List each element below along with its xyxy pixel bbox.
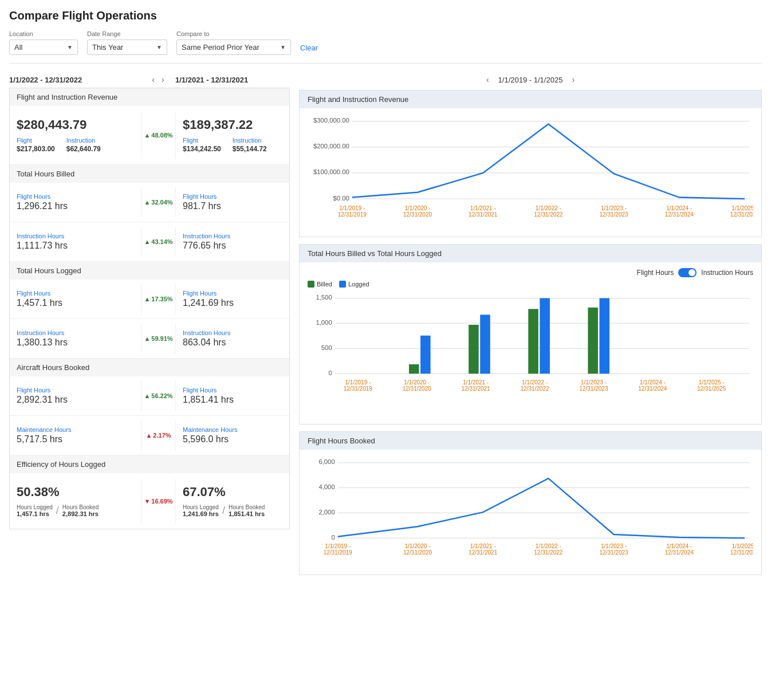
efficiency-prior-col: 67.07% Hours Logged 1,241.69 hrs / Hours… (176, 479, 289, 523)
flight-logged-arrow-icon: ▲ (144, 296, 150, 302)
svg-text:1/1/2024 -: 1/1/2024 - (640, 379, 666, 386)
efficiency-section-header: Efficiency of Hours Logged (10, 455, 289, 473)
legend-logged: Logged (339, 281, 369, 288)
svg-text:1/1/2025 -: 1/1/2025 - (699, 379, 725, 386)
instruction-billed-prior-label: Instruction Hours (183, 233, 282, 239)
svg-text:12/31/2020: 12/31/2020 (403, 550, 432, 556)
revenue-chart-section: Flight and Instruction Revenue $300,000.… (299, 90, 762, 237)
revenue-prior-instruction: Instruction $55,144.72 (233, 137, 267, 153)
svg-text:1/1/2020 -: 1/1/2020 - (404, 205, 430, 211)
bar-billed-5 (588, 308, 598, 373)
svg-text:12/31/2020: 12/31/2020 (403, 386, 432, 392)
efficiency-current-booked: Hours Booked 2,892.31 hrs (62, 504, 99, 517)
compare-to-label: Compare to (176, 30, 291, 37)
toggle-switch[interactable] (678, 268, 697, 277)
svg-text:12/31/2025: 12/31/2025 (730, 550, 753, 556)
bar-billed-4 (528, 309, 538, 373)
instruction-hours-billed-row: Instruction Hours 1,111.73 hrs ▲ 43.14% … (10, 222, 289, 262)
date-range-label: Date Range (87, 30, 167, 37)
revenue-prior-flight-value: $134,242.50 (183, 145, 221, 153)
period-next-btn[interactable]: › (159, 74, 167, 85)
chart-period-prev-btn[interactable]: ‹ (484, 74, 491, 85)
flight-billed-change-badge: ▲ 32.04% (144, 199, 172, 206)
efficiency-prior-pct: 67.07% (183, 485, 282, 500)
period-prev-btn[interactable]: ‹ (150, 74, 157, 85)
svg-text:12/31/2024: 12/31/2024 (638, 386, 667, 392)
legend-logged-dot (339, 281, 346, 288)
revenue-current-col: $280,443.79 Flight $217,803.00 Instructi… (10, 112, 141, 159)
current-period-header: 1/1/2022 - 12/31/2022 (9, 76, 141, 84)
revenue-flight-label: Flight (17, 137, 55, 144)
date-range-select[interactable]: This Year ▼ (87, 40, 167, 55)
svg-text:0: 0 (328, 369, 332, 376)
revenue-prior-col: $189,387.22 Flight $134,242.50 Instructi… (176, 112, 289, 159)
right-panel: ‹ 1/1/2019 - 1/1/2025 › Flight and Instr… (299, 74, 762, 582)
instruction-billed-arrow-icon: ▲ (144, 238, 150, 245)
revenue-prior-sub: Flight $134,242.50 Instruction $55,144.7… (183, 137, 282, 153)
flight-booked-prior-value: 1,851.41 hrs (183, 395, 282, 405)
location-select[interactable]: All ▼ (9, 40, 78, 55)
location-chevron-icon: ▼ (67, 44, 73, 50)
revenue-arrow-up-icon: ▲ (144, 132, 150, 139)
chart-period-next-btn[interactable]: › (569, 74, 577, 85)
clear-button[interactable]: Clear (300, 44, 318, 52)
revenue-row: $280,443.79 Flight $217,803.00 Instructi… (10, 106, 289, 165)
hours-billed-logged-chart-section: Total Hours Billed vs Total Hours Logged… (299, 244, 762, 425)
compare-to-select[interactable]: Same Period Prior Year ▼ (176, 40, 291, 55)
instruction-billed-current-col: Instruction Hours 1,111.73 hrs (10, 227, 141, 257)
instruction-logged-prior-col: Instruction Hours 863.04 hrs (176, 324, 289, 353)
revenue-instruction-label: Instruction (66, 137, 101, 144)
instruction-billed-change-col: ▲ 43.14% (141, 227, 176, 257)
maintenance-booked-prior-value: 5,596.0 hrs (183, 434, 282, 445)
bar-chart-legend: Billed Logged (308, 281, 753, 288)
revenue-instruction-value: $62,640.79 (66, 145, 101, 153)
hours-billed-logged-chart-header: Total Hours Billed vs Total Hours Logged (300, 245, 761, 262)
eff-logged-label: Hours Logged (17, 504, 53, 510)
flight-booked-arrow-icon: ▲ (144, 392, 150, 399)
efficiency-arrow-icon: ▼ (144, 498, 150, 505)
svg-text:$0.00: $0.00 (333, 195, 349, 202)
toggle-track[interactable] (678, 268, 697, 277)
svg-text:1/1/2019 -: 1/1/2019 - (345, 379, 371, 386)
instruction-billed-label: Instruction Hours (17, 233, 134, 239)
flight-logged-change-col: ▲ 17.35% (141, 284, 176, 314)
eff-booked-label: Hours Booked (62, 504, 99, 510)
eff-booked-value: 2,892.31 hrs (62, 510, 99, 517)
bar-logged-2 (420, 336, 431, 374)
revenue-prior-flight: Flight $134,242.50 (183, 137, 221, 153)
left-panel: 1/1/2022 - 12/31/2022 ‹ › 1/1/2021 - 12/… (9, 74, 290, 582)
svg-text:1,000: 1,000 (316, 319, 332, 326)
page-title: Compare Flight Operations (9, 9, 762, 22)
instruction-billed-prior-value: 776.65 hrs (183, 241, 282, 251)
svg-text:$200,000.00: $200,000.00 (313, 143, 349, 150)
svg-text:12/31/2023: 12/31/2023 (599, 550, 628, 556)
svg-text:1,500: 1,500 (316, 294, 332, 301)
flight-hours-logged-row: Flight Hours 1,457.1 hrs ▲ 17.35% Flight… (10, 280, 289, 319)
instruction-logged-change-col: ▲ 59.91% (141, 324, 176, 353)
revenue-chart-body: $300,000.00 $200,000.00 $100,000.00 $0.0… (300, 108, 761, 237)
prior-period-header: 1/1/2021 - 12/31/2021 (175, 76, 290, 84)
svg-text:12/31/2025: 12/31/2025 (697, 386, 726, 392)
legend-billed-label: Billed (317, 281, 332, 288)
revenue-change-col: ▲ 48.08% (141, 112, 176, 159)
svg-text:4,000: 4,000 (318, 483, 335, 490)
flight-logged-change-badge: ▲ 17.35% (144, 296, 172, 302)
efficiency-prior-booked: Hours Booked 1,851.41 hrs (229, 504, 265, 517)
svg-text:12/31/2021: 12/31/2021 (469, 211, 498, 218)
maintenance-booked-prior-label: Maintenance Hours (183, 426, 282, 433)
svg-text:12/31/2021: 12/31/2021 (469, 550, 498, 556)
svg-text:0: 0 (331, 534, 335, 541)
svg-text:12/31/2024: 12/31/2024 (665, 550, 694, 556)
revenue-current-instruction: Instruction $62,640.79 (66, 137, 101, 153)
flight-logged-prior-value: 1,241.69 hrs (183, 298, 282, 308)
flight-logged-prior-label: Flight Hours (183, 290, 282, 297)
main-layout: 1/1/2022 - 12/31/2022 ‹ › 1/1/2021 - 12/… (9, 74, 762, 582)
flight-booked-change-badge: ▲ 56.22% (144, 392, 172, 399)
location-label: Location (9, 30, 78, 37)
svg-text:1/1/2023 -: 1/1/2023 - (601, 205, 627, 211)
revenue-prior-instruction-label: Instruction (233, 137, 267, 144)
toggle-row: Flight Hours Instruction Hours (308, 268, 753, 277)
eff-prior-booked-label: Hours Booked (229, 504, 265, 510)
eff-prior-booked-value: 1,851.41 hrs (229, 510, 265, 517)
revenue-section-header: Flight and Instruction Revenue (10, 88, 289, 106)
